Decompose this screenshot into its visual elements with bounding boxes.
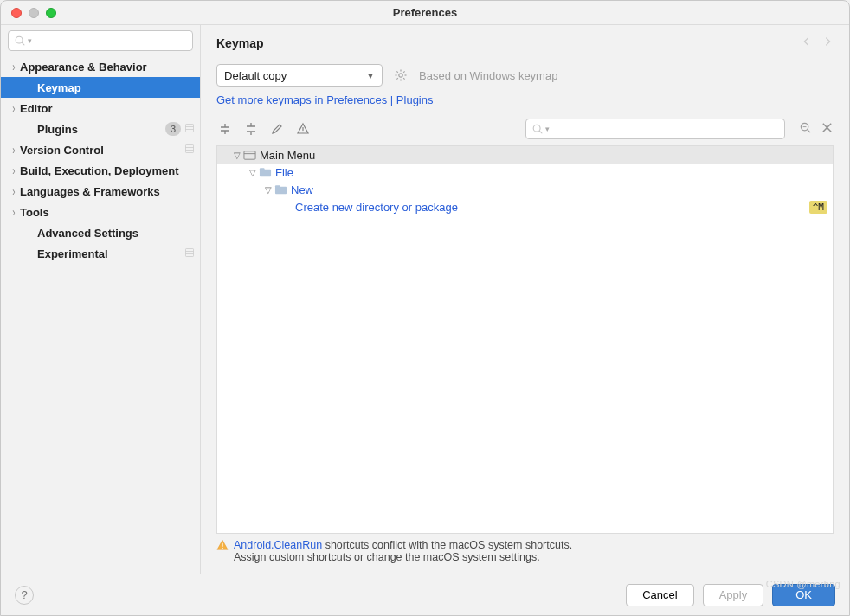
page-title: Keymap	[216, 36, 801, 50]
svg-point-0	[16, 36, 23, 43]
svg-point-22	[533, 125, 540, 132]
tree-node-file[interactable]: ▽ File	[217, 164, 833, 181]
expand-all-icon	[218, 122, 232, 136]
svg-line-19	[396, 78, 397, 79]
nav-forward-icon[interactable]	[821, 35, 834, 50]
shortcut-badge: ^M	[809, 201, 827, 214]
sidebar-item-editor[interactable]: ›Editor	[1, 98, 200, 119]
folder-icon	[274, 183, 287, 196]
svg-rect-29	[244, 151, 255, 158]
sidebar-item-label: Experimental	[37, 247, 184, 260]
clear-search-button[interactable]	[821, 121, 834, 137]
keymap-select-value: Default copy	[224, 69, 366, 82]
conflict-warning-hint: Assign custom shortcuts or change the ma…	[216, 551, 834, 563]
sidebar-item-experimental[interactable]: Experimental	[1, 243, 200, 264]
sidebar-item-label: Advanced Settings	[37, 227, 195, 240]
svg-line-17	[403, 78, 404, 79]
edit-shortcut-button[interactable]	[268, 120, 286, 138]
tree-label: Create new directory or package	[295, 201, 458, 214]
sidebar-item-label: Build, Execution, Deployment	[20, 164, 195, 177]
sidebar-item-appearance-behavior[interactable]: ›Appearance & Behavior	[1, 56, 200, 77]
close-icon	[821, 121, 834, 134]
chevron-right-icon: ›	[8, 101, 20, 114]
svg-line-16	[396, 71, 397, 72]
svg-line-1	[22, 42, 24, 45]
keymap-select[interactable]: Default copy ▼	[216, 64, 383, 87]
nav-back-icon[interactable]	[801, 35, 813, 50]
chevron-right-icon: ›	[8, 184, 20, 197]
get-more-keymaps-link[interactable]: Get more keymaps in Preferences | Plugin…	[216, 93, 434, 106]
conflict-warning-text: shortcuts conflict with the macOS system…	[322, 539, 572, 551]
warning-icon	[216, 539, 229, 551]
cancel-button[interactable]: Cancel	[626, 584, 693, 606]
show-conflicts-button[interactable]	[294, 120, 312, 138]
titlebar: Preferences	[1, 1, 849, 25]
svg-point-21	[302, 132, 303, 132]
sidebar-item-languages-frameworks[interactable]: ›Languages & Frameworks	[1, 181, 200, 202]
menu-icon	[243, 149, 256, 162]
sidebar-item-label: Version Control	[20, 144, 184, 157]
svg-line-18	[403, 71, 404, 72]
tree-node-create-directory[interactable]: Create new directory or package ^M	[217, 198, 833, 215]
svg-rect-32	[260, 168, 265, 170]
update-count-badge: 3	[165, 122, 181, 136]
window-title: Preferences	[1, 6, 849, 19]
svg-point-36	[222, 548, 223, 549]
pencil-icon	[270, 122, 284, 136]
expand-all-button[interactable]	[216, 120, 234, 138]
window-close-button[interactable]	[11, 8, 22, 18]
tree-node-new[interactable]: ▽ New	[217, 181, 833, 198]
sidebar-item-label: Tools	[20, 206, 195, 219]
svg-rect-34	[275, 185, 280, 188]
sidebar-search-input[interactable]: ▾	[8, 30, 193, 51]
tree-label: New	[291, 183, 313, 196]
search-icon	[531, 123, 544, 135]
project-level-icon	[184, 144, 195, 157]
collapse-all-icon	[244, 122, 258, 136]
sidebar-item-plugins[interactable]: Plugins3	[1, 119, 200, 139]
tree-label: File	[275, 166, 293, 179]
based-on-label: Based on Windows keymap	[419, 69, 557, 82]
sidebar-item-keymap[interactable]: Keymap	[1, 77, 200, 98]
search-icon	[14, 35, 26, 47]
window-minimize-button[interactable]	[29, 8, 39, 18]
svg-rect-5	[186, 144, 194, 152]
chevron-down-icon: ▽	[231, 151, 243, 160]
svg-point-11	[399, 74, 402, 77]
chevron-right-icon: ›	[8, 164, 20, 176]
sidebar-item-label: Plugins	[37, 123, 165, 136]
svg-rect-2	[186, 124, 194, 132]
action-search-input[interactable]: ▾	[525, 119, 785, 139]
chevron-right-icon: ›	[8, 60, 20, 73]
tree-node-main-menu[interactable]: ▽ Main Menu	[217, 146, 833, 164]
find-shortcut-icon	[799, 121, 812, 134]
chevron-right-icon: ›	[8, 205, 20, 218]
warning-icon	[296, 122, 310, 136]
find-by-shortcut-button[interactable]	[799, 121, 812, 137]
conflict-action-link[interactable]: Android.CleanRun	[234, 539, 322, 551]
chevron-down-icon: ▼	[366, 71, 375, 80]
svg-line-25	[808, 130, 810, 132]
chevron-down-icon: ▽	[262, 185, 274, 195]
sidebar-item-tools[interactable]: ›Tools	[1, 202, 200, 222]
sidebar-item-advanced-settings[interactable]: Advanced Settings	[1, 222, 200, 243]
apply-button[interactable]: Apply	[703, 584, 764, 606]
ok-button[interactable]: OK	[772, 584, 835, 606]
sidebar-item-label: Appearance & Behavior	[20, 61, 195, 74]
gear-icon	[394, 68, 408, 82]
svg-rect-8	[186, 248, 194, 256]
chevron-right-icon: ›	[8, 143, 20, 156]
preferences-sidebar: ▾ ›Appearance & BehaviorKeymap›EditorPlu…	[1, 25, 201, 574]
chevron-down-icon: ▾	[28, 36, 32, 45]
sidebar-item-label: Keymap	[37, 81, 195, 94]
sidebar-item-build-execution-deployment[interactable]: ›Build, Execution, Deployment	[1, 160, 200, 181]
collapse-all-button[interactable]	[242, 120, 260, 138]
sidebar-item-version-control[interactable]: ›Version Control	[1, 139, 200, 160]
help-button[interactable]: ?	[15, 586, 34, 605]
folder-icon	[259, 166, 272, 179]
project-level-icon	[184, 123, 195, 136]
keymap-settings-button[interactable]	[391, 66, 410, 85]
sidebar-item-label: Editor	[20, 102, 195, 115]
tree-label: Main Menu	[260, 149, 315, 162]
window-maximize-button[interactable]	[46, 8, 56, 18]
